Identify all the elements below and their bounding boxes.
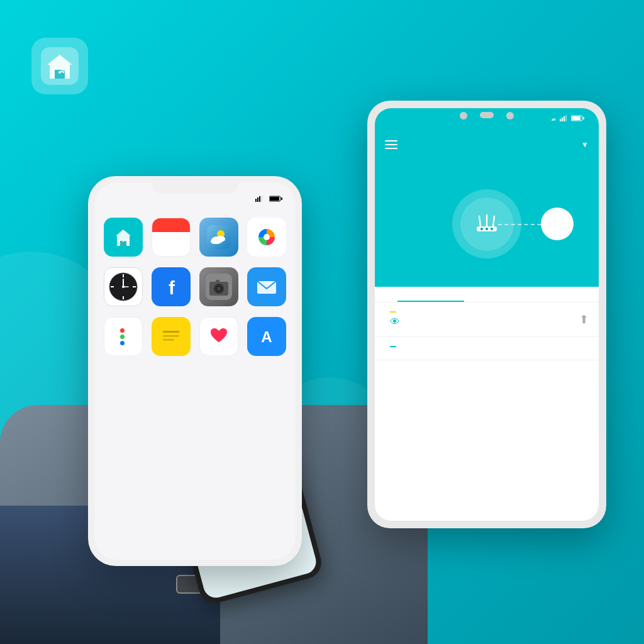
signal-icon xyxy=(255,196,264,202)
svg-rect-37 xyxy=(163,335,179,337)
appstore-icon[interactable]: A xyxy=(247,317,286,356)
tab-wireless[interactable] xyxy=(375,287,487,302)
dropdown-arrow[interactable]: ▼ xyxy=(581,140,589,149)
svg-rect-7 xyxy=(281,197,282,200)
battery-icon xyxy=(269,196,283,202)
svg-point-1 xyxy=(58,71,61,74)
signal-right-icon xyxy=(560,115,567,121)
phone-left: f xyxy=(88,176,302,566)
svg-rect-3 xyxy=(257,197,258,202)
phone-right: ▼ xyxy=(367,101,606,528)
network-header-1 xyxy=(385,311,589,313)
app-grid: f xyxy=(94,210,296,367)
svg-point-54 xyxy=(486,228,488,230)
camera-dot-1 xyxy=(460,112,467,119)
router-topbar: ▼ xyxy=(375,128,599,161)
status-icons xyxy=(255,196,283,202)
share-icon-1[interactable]: ⬆ xyxy=(579,313,589,326)
calendar-icon[interactable] xyxy=(152,218,191,257)
app-item-facebook[interactable]: f xyxy=(151,267,191,309)
eye-icon-1[interactable]: 👁 xyxy=(390,316,400,328)
svg-rect-38 xyxy=(163,339,174,341)
app-item-calendar[interactable] xyxy=(151,218,191,260)
router-device-icon xyxy=(474,214,499,233)
camera-icon[interactable] xyxy=(199,267,238,306)
network-item-2[interactable] xyxy=(375,337,599,360)
svg-rect-2 xyxy=(255,199,257,202)
network-item-1[interactable]: 👁 ⬆ xyxy=(375,303,599,337)
svg-line-51 xyxy=(493,216,494,226)
battery-right-icon xyxy=(571,115,585,121)
app-item-tether[interactable] xyxy=(103,218,143,260)
svg-rect-36 xyxy=(163,331,179,333)
clients-circle xyxy=(541,208,574,240)
phone-left-screen: f xyxy=(94,182,296,560)
app-item-reminders[interactable] xyxy=(103,317,143,359)
svg-rect-42 xyxy=(560,119,561,121)
svg-rect-32 xyxy=(216,280,219,282)
svg-text:A: A xyxy=(261,328,272,345)
app-item-clock[interactable] xyxy=(103,267,143,309)
svg-rect-8 xyxy=(270,197,279,201)
router-inner xyxy=(460,197,514,251)
health-icon[interactable] xyxy=(199,317,238,356)
network-badge-1 xyxy=(390,311,396,313)
svg-rect-45 xyxy=(565,115,567,121)
svg-rect-44 xyxy=(564,116,565,121)
network-badge-2 xyxy=(390,346,396,347)
branding-section xyxy=(31,38,88,117)
svg-point-10 xyxy=(123,240,125,242)
svg-rect-5 xyxy=(261,196,262,202)
hamburger-menu[interactable] xyxy=(385,140,397,149)
facebook-icon[interactable]: f xyxy=(152,267,191,306)
wifi-status-icon xyxy=(548,115,556,121)
phone-right-screen: ▼ xyxy=(375,108,599,521)
brand-app-icon xyxy=(31,38,88,94)
app-item-health[interactable] xyxy=(199,317,239,359)
camera-speaker xyxy=(480,112,494,118)
app-item-appstore[interactable]: A xyxy=(247,317,287,359)
svg-line-49 xyxy=(479,216,480,226)
router-circle xyxy=(452,189,521,258)
weather-icon[interactable] xyxy=(199,218,238,257)
app-item-mail[interactable] xyxy=(247,267,287,309)
svg-rect-48 xyxy=(572,116,580,120)
svg-rect-4 xyxy=(259,196,260,202)
tab-guest-network[interactable] xyxy=(487,287,599,302)
mail-icon[interactable] xyxy=(247,267,286,306)
router-diagram xyxy=(375,161,599,287)
notes-icon[interactable] xyxy=(152,317,191,356)
app-item-camera[interactable] xyxy=(199,267,239,309)
svg-point-31 xyxy=(217,287,221,291)
svg-point-16 xyxy=(264,234,270,240)
network-password-1: 👁 xyxy=(385,316,589,328)
svg-point-15 xyxy=(211,239,218,244)
svg-point-53 xyxy=(480,228,483,230)
tether-icon[interactable] xyxy=(104,218,143,257)
app-item-notes[interactable] xyxy=(151,317,191,359)
svg-text:f: f xyxy=(169,277,175,298)
app-item-weather[interactable] xyxy=(199,218,239,260)
brand-subtitle xyxy=(31,102,88,117)
phone-notch xyxy=(151,176,239,194)
clock-icon[interactable] xyxy=(104,267,143,306)
front-cameras xyxy=(460,112,514,119)
svg-point-55 xyxy=(491,228,493,230)
svg-point-24 xyxy=(122,286,125,288)
svg-rect-43 xyxy=(562,118,563,121)
app-item-photos[interactable] xyxy=(247,218,287,260)
photos-icon[interactable] xyxy=(247,218,286,257)
reminders-icon[interactable] xyxy=(104,317,143,356)
network-tabs xyxy=(375,287,599,303)
network-header-2 xyxy=(385,346,589,347)
camera-dot-2 xyxy=(506,112,514,119)
svg-rect-47 xyxy=(583,117,584,119)
